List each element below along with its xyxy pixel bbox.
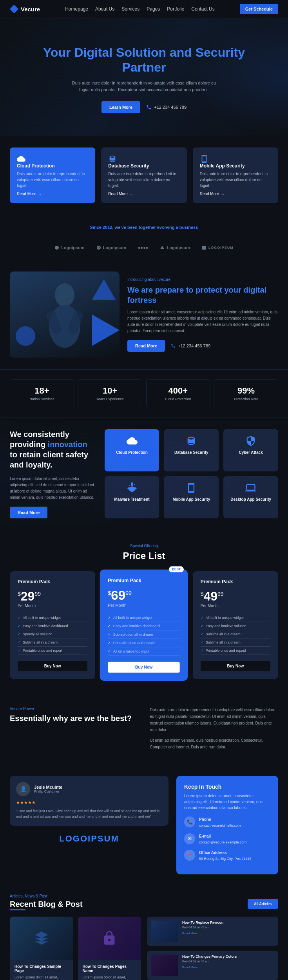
blog-tag: Articles, News & Post bbox=[10, 894, 83, 898]
plan-features-2: All built-in unique widget Easy and intu… bbox=[201, 614, 270, 655]
author-info: Jesie Mcuinte Philly, Customer bbox=[34, 785, 62, 793]
about-read-more[interactable]: Read More bbox=[127, 340, 165, 352]
desktop-service-icon bbox=[245, 482, 257, 494]
services-read-more[interactable]: Read More bbox=[10, 507, 47, 518]
pricing-grid: Premium Pack $2999 Per Month All built-i… bbox=[10, 571, 278, 679]
blog-post-excerpt-0: Lorem ipsum dolor sit amet, consectetur … bbox=[14, 975, 69, 980]
stat-label-3: Protection Rate bbox=[218, 397, 274, 401]
nav-portfolio[interactable]: Portfolio bbox=[167, 6, 184, 12]
why-col2: Ut enim ad minim veniam, quis nostrud ex… bbox=[150, 737, 279, 750]
avatar: 👤 bbox=[16, 782, 30, 796]
hero-description: Duis aute irure dolor in reprehenderit i… bbox=[70, 80, 219, 94]
hero-phone: +12 234 456 789 bbox=[146, 104, 187, 110]
service-title-0: Cloud Protection bbox=[110, 450, 154, 455]
stat-label-1: Years Experience bbox=[82, 397, 138, 401]
testimonial-card: 👤 Jesie Mcuinte Philly, Customer ★★★★★ "… bbox=[10, 776, 168, 826]
blog-side-read-more-0[interactable]: Read More... bbox=[182, 931, 223, 935]
blog-side-date-0: Feb 04 01 at 45 am bbox=[182, 926, 223, 929]
blog-side-0: How To Replace Favicon Feb 04 01 at 45 a… bbox=[147, 917, 278, 946]
services-grid: Cloud Protection Database Security Cyber… bbox=[105, 429, 278, 518]
buy-button-0[interactable]: Buy Now bbox=[18, 661, 87, 671]
nav-about[interactable]: About Us bbox=[95, 6, 114, 12]
feature-read-more-2[interactable]: Read More bbox=[200, 192, 271, 196]
buy-button-2[interactable]: Buy Now bbox=[201, 661, 270, 671]
blog-side-read-more-1[interactable]: Read More... bbox=[182, 966, 237, 969]
feature-card-0: Cloud Protection Duis aute irure dolor i… bbox=[10, 147, 95, 203]
stat-num-3: 99% bbox=[218, 386, 274, 396]
service-card-4[interactable]: Mobile App Security bbox=[164, 476, 219, 518]
nav-homepage[interactable]: Homepage bbox=[65, 6, 88, 12]
service-title-4: Mobile App Security bbox=[169, 497, 213, 502]
nav-contact[interactable]: Contact Us bbox=[191, 6, 214, 12]
logo-1: Logoipsum bbox=[54, 245, 84, 250]
nav-services[interactable]: Services bbox=[121, 6, 139, 12]
why-tag: Vecure Power bbox=[10, 707, 138, 711]
service-title-1: Database Security bbox=[169, 450, 213, 455]
plan-name-0: Premium Pack bbox=[18, 579, 87, 584]
about-content: Introducing about vecure We are prepare … bbox=[127, 277, 278, 352]
testimonial-logo: LOGOIPSUM bbox=[10, 826, 168, 852]
feature-card-2: Mobile App Security Duis aute irure dolo… bbox=[193, 147, 278, 203]
service-card-5[interactable]: Desktop App Security bbox=[223, 476, 278, 518]
svg-point-3 bbox=[55, 283, 74, 307]
stat-label-0: Nation Services bbox=[14, 397, 70, 401]
nav-cta-button[interactable]: Get Schedule bbox=[240, 4, 278, 14]
price-card-1: BEST Premium Pack $6999 Per Month All bu… bbox=[100, 570, 188, 681]
blog-right-col: How To Replace Favicon Feb 04 01 at 45 a… bbox=[147, 917, 278, 980]
since-section: Since 2012, we've been together evolving… bbox=[0, 215, 288, 239]
about-image bbox=[10, 272, 120, 358]
nav-pages[interactable]: Pages bbox=[147, 6, 160, 12]
why-right: Duis aute irure dolor in reprehenderit i… bbox=[150, 707, 279, 754]
about-description: Lorem ipsum dolor sit amet, consectetur … bbox=[127, 309, 278, 334]
logo-4: Logoipsum bbox=[160, 245, 190, 250]
blog-icon-1 bbox=[101, 930, 117, 946]
feature-cards: Cloud Protection Duis aute irure dolor i… bbox=[0, 136, 288, 215]
stat-num-1: 10+ bbox=[82, 386, 138, 396]
blog-post-excerpt-1: Lorem ipsum dolor sit amet, consectetur … bbox=[83, 975, 137, 980]
service-card-0[interactable]: Cloud Protection bbox=[105, 429, 159, 471]
contact-title: Keep In Touch bbox=[184, 784, 270, 790]
hero-section: Your Digital Solution and Security Partn… bbox=[0, 18, 288, 136]
feature-read-more-1[interactable]: Read More bbox=[108, 192, 179, 196]
buy-button-1[interactable]: Buy Now bbox=[108, 662, 180, 673]
blog-side-title-1: How To Changes Primary Colors bbox=[182, 955, 237, 958]
feature-read-more-0[interactable]: Read More bbox=[17, 192, 88, 196]
service-card-1[interactable]: Database Security bbox=[164, 429, 219, 471]
services-section: We consistently providing innovation to … bbox=[0, 417, 288, 530]
blog-card-content-0: How To Changes Sample Page Lorem ipsum d… bbox=[10, 960, 73, 980]
blog-image-1 bbox=[78, 917, 141, 960]
why-left: Vecure Power Essentially why are we the … bbox=[10, 707, 138, 754]
about-title: We are prepare to protect your digital f… bbox=[127, 285, 278, 305]
about-buttons: Read More +12 234 456 789 bbox=[127, 340, 278, 352]
feature-card-1: Database Security Duis aute irure dolor … bbox=[101, 147, 187, 203]
contact-phone-item: 📞 Phone contact.vecure@hello.com bbox=[184, 816, 270, 829]
plan-period-2: Per Month bbox=[201, 604, 270, 608]
why-title: Essentially why are we the best? bbox=[10, 713, 138, 723]
blog-side-title-0: How To Replace Favicon bbox=[182, 921, 223, 924]
navbar: Vecure Homepage About Us Services Pages … bbox=[0, 0, 288, 18]
logo[interactable]: Vecure bbox=[10, 5, 40, 13]
contact-address-item: 📍 Office Address 59 Roung St, Big City, … bbox=[184, 850, 270, 862]
logos-section: Logoipsum Logoipsum ●●●● Logoipsum LOGOI… bbox=[0, 239, 288, 260]
service-title-3: Malware Treatment bbox=[110, 497, 154, 502]
person-silhouette bbox=[41, 279, 88, 350]
logo-display: LOGOIPSUM bbox=[59, 834, 119, 844]
testimonial-contact-section: 👤 Jesie Mcuinte Philly, Customer ★★★★★ "… bbox=[0, 768, 288, 882]
plan-name-2: Premium Pack bbox=[201, 579, 270, 584]
hero-learn-button[interactable]: Learn More bbox=[101, 101, 140, 113]
blog-header: Articles, News & Post Recent Blog & Post… bbox=[10, 894, 278, 909]
service-card-2[interactable]: Cyber Attack bbox=[223, 429, 278, 471]
author-name: Jesie Mcuinte bbox=[34, 785, 62, 789]
feature-desc-0: Duis aute irure dolor in reprehenderit i… bbox=[17, 171, 88, 189]
blog-icon-0 bbox=[34, 930, 49, 946]
triangle-1 bbox=[92, 279, 116, 300]
services-text: We consistently providing innovation to … bbox=[10, 429, 97, 518]
service-card-3[interactable]: Malware Treatment bbox=[105, 476, 159, 518]
plan-price-2: $4999 bbox=[201, 589, 270, 604]
svg-rect-2 bbox=[202, 246, 206, 250]
plan-period-0: Per Month bbox=[18, 604, 87, 608]
blog-section: Articles, News & Post Recent Blog & Post… bbox=[0, 882, 288, 980]
all-articles-button[interactable]: All Articles bbox=[248, 899, 278, 909]
blog-side-image-0 bbox=[151, 921, 178, 942]
cloud-icon bbox=[17, 155, 25, 163]
